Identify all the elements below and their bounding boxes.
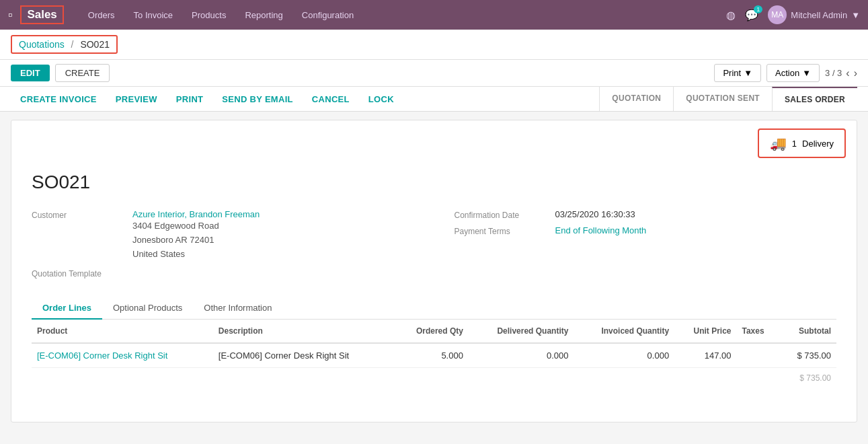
status-actions: CREATE INVOICE PREVIEW PRINT SEND BY EMA… xyxy=(11,87,403,111)
cell-invoiced-qty: 0.000 xyxy=(574,343,674,368)
quotation-template-field: Quotation Template xyxy=(32,268,414,279)
form-row-main: Customer Azure Interior, Brandon Freeman… xyxy=(32,209,836,284)
breadcrumb-bar: Quotations / SO021 xyxy=(0,30,868,60)
cell-description: [E-COM06] Corner Desk Right Sit xyxy=(213,343,395,368)
user-initials: MA xyxy=(771,10,783,20)
payment-terms-value[interactable]: End of Following Month xyxy=(555,225,647,235)
cell-delivered-qty: 0.000 xyxy=(469,343,574,368)
cell-product[interactable]: [E-COM06] Corner Desk Right Sit xyxy=(32,343,213,368)
cell-subtotal: $ 735.00 xyxy=(779,343,836,368)
status-steps: QUOTATION QUOTATION SENT SALES ORDER xyxy=(599,87,857,111)
form-body: SO021 Customer Azure Interior, Brandon F… xyxy=(11,158,857,396)
lock-button[interactable]: LOCK xyxy=(359,87,403,111)
nav-reporting[interactable]: Reporting xyxy=(237,7,290,23)
delivery-label: Delivery xyxy=(802,139,834,149)
pager-prev-button[interactable]: ‹ xyxy=(846,67,849,79)
nav-configuration[interactable]: Configuration xyxy=(294,7,362,23)
nav-orders[interactable]: Orders xyxy=(80,7,123,23)
payment-terms-label: Payment Terms xyxy=(455,225,549,236)
col-unit-price: Unit Price xyxy=(674,320,736,343)
app-title[interactable]: Sales xyxy=(20,5,63,24)
payment-terms-field: Payment Terms End of Following Month xyxy=(455,225,837,236)
clock-icon[interactable]: ◍ xyxy=(726,9,736,22)
breadcrumb: Quotations / SO021 xyxy=(11,35,118,54)
order-table-body: [E-COM06] Corner Desk Right Sit [E-COM06… xyxy=(32,343,836,368)
breadcrumb-separator: / xyxy=(71,39,74,50)
delivery-bar: 🚚 1 Delivery xyxy=(11,120,857,158)
status-tabs-bar: CREATE INVOICE PREVIEW PRINT SEND BY EMA… xyxy=(0,87,868,112)
action-bar: EDIT CREATE Print ▼ Action ▼ 3 / 3 ‹ › xyxy=(0,60,868,87)
breadcrumb-current: SO021 xyxy=(80,39,110,50)
user-menu[interactable]: MA Mitchell Admin ▼ xyxy=(768,5,860,24)
cell-ordered-qty: 5.000 xyxy=(395,343,469,368)
table-row: [E-COM06] Corner Desk Right Sit [E-COM06… xyxy=(32,343,836,368)
top-navigation: ▫ Sales Orders To Invoice Products Repor… xyxy=(0,0,868,30)
bottom-hint: $ 735.00 xyxy=(32,368,836,383)
col-delivered-qty: Delivered Quantity xyxy=(469,320,574,343)
user-name: Mitchell Admin xyxy=(791,10,847,20)
action-label: Action xyxy=(775,68,799,78)
col-product: Product xyxy=(32,320,213,343)
status-quotation[interactable]: QUOTATION xyxy=(599,87,673,111)
create-button[interactable]: CREATE xyxy=(55,64,110,82)
truck-icon: 🚚 xyxy=(770,135,787,151)
print-button[interactable]: Print ▼ xyxy=(714,64,761,82)
action-chevron-icon: ▼ xyxy=(802,68,811,78)
print-label: Print xyxy=(723,68,741,78)
bottom-amount: $ 735.00 xyxy=(799,373,831,383)
customer-label: Customer xyxy=(32,209,126,220)
status-quotation-sent[interactable]: QUOTATION SENT xyxy=(673,87,772,111)
pager: 3 / 3 ‹ › xyxy=(825,67,857,79)
user-dropdown-icon: ▼ xyxy=(851,10,860,20)
col-ordered-qty: Ordered Qty xyxy=(395,320,469,343)
create-invoice-button[interactable]: CREATE INVOICE xyxy=(11,87,106,111)
nav-to-invoice[interactable]: To Invoice xyxy=(126,7,182,23)
pager-next-button[interactable]: › xyxy=(854,67,857,79)
order-table: Product Description Ordered Qty Delivere… xyxy=(32,320,836,368)
cell-unit-price: 147.00 xyxy=(674,343,736,368)
action-button[interactable]: Action ▼ xyxy=(766,64,820,82)
quotation-template-label: Quotation Template xyxy=(32,268,126,279)
user-avatar: MA xyxy=(768,5,787,24)
print-chevron-icon: ▼ xyxy=(744,68,752,78)
customer-field: Customer Azure Interior, Brandon Freeman… xyxy=(32,209,414,261)
send-by-email-button[interactable]: SEND BY EMAIL xyxy=(212,87,303,111)
table-header-row: Product Description Ordered Qty Delivere… xyxy=(32,320,836,343)
tab-optional-products[interactable]: Optional Products xyxy=(102,297,193,320)
status-sales-order[interactable]: SALES ORDER xyxy=(772,87,857,111)
col-subtotal: Subtotal xyxy=(779,320,836,343)
edit-button[interactable]: EDIT xyxy=(11,65,50,81)
cancel-button[interactable]: CANCEL xyxy=(303,87,359,111)
customer-name[interactable]: Azure Interior, Brandon Freeman xyxy=(132,209,260,219)
customer-address: 3404 Edgewood RoadJonesboro AR 72401Unit… xyxy=(132,219,260,261)
delivery-button[interactable]: 🚚 1 Delivery xyxy=(758,128,846,158)
chat-icon[interactable]: 💬 1 xyxy=(745,9,758,22)
document-title: SO021 xyxy=(32,172,836,193)
confirmation-date-label: Confirmation Date xyxy=(455,209,549,220)
grid-icon[interactable]: ▫ xyxy=(8,8,12,22)
col-taxes: Taxes xyxy=(736,320,779,343)
nav-products[interactable]: Products xyxy=(184,7,234,23)
preview-button[interactable]: PREVIEW xyxy=(106,87,167,111)
pager-text: 3 / 3 xyxy=(825,68,842,78)
confirmation-date-value: 03/25/2020 16:30:33 xyxy=(555,209,635,219)
tab-order-lines[interactable]: Order Lines xyxy=(32,297,102,320)
document-wrapper: 🚚 1 Delivery SO021 Customer Azure Interi… xyxy=(11,120,857,422)
tabs-bar: Order Lines Optional Products Other Info… xyxy=(32,297,836,320)
confirmation-date-field: Confirmation Date 03/25/2020 16:30:33 xyxy=(455,209,837,220)
breadcrumb-parent[interactable]: Quotations xyxy=(19,39,65,50)
tab-other-information[interactable]: Other Information xyxy=(193,297,282,320)
main-content: 🚚 1 Delivery SO021 Customer Azure Interi… xyxy=(0,120,868,422)
delivery-count: 1 xyxy=(792,139,797,149)
nav-right: ◍ 💬 1 MA Mitchell Admin ▼ xyxy=(726,5,860,24)
form-right: Confirmation Date 03/25/2020 16:30:33 Pa… xyxy=(455,209,837,284)
col-description: Description xyxy=(213,320,395,343)
col-invoiced-qty: Invoiced Quantity xyxy=(574,320,674,343)
chat-badge: 1 xyxy=(754,5,762,13)
form-left: Customer Azure Interior, Brandon Freeman… xyxy=(32,209,414,284)
print-action-button[interactable]: PRINT xyxy=(167,87,213,111)
cell-taxes xyxy=(736,343,779,368)
